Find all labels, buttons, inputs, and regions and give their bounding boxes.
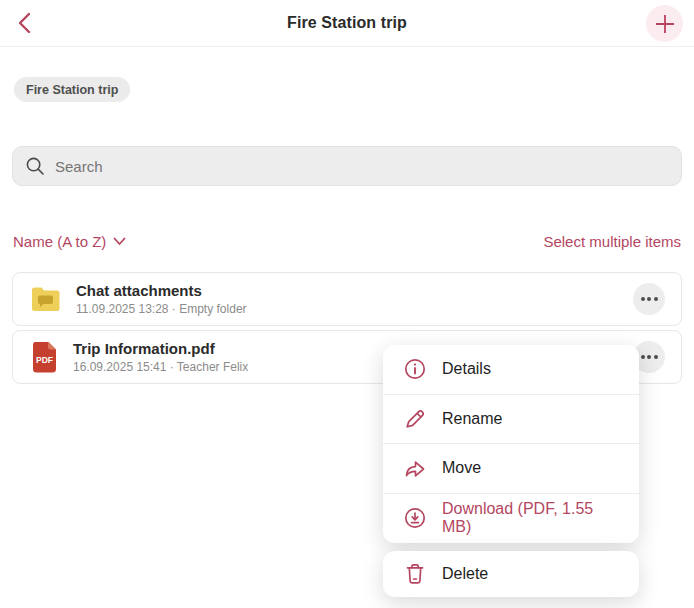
ellipsis-icon (641, 297, 645, 301)
plus-icon (654, 13, 676, 35)
file-text: Trip Information.pdf 16.09.2025 15:41 · … (73, 340, 248, 374)
sort-button[interactable]: Name (A to Z) (13, 233, 126, 250)
menu-item-label: Move (442, 459, 481, 477)
trash-icon (403, 562, 427, 586)
file-text: Chat attachments 11.09.2025 13:28 · Empt… (76, 282, 247, 316)
header: Fire Station trip (0, 0, 694, 47)
svg-text:PDF: PDF (36, 355, 53, 365)
sort-label: Name (A to Z) (13, 233, 106, 250)
menu-item-label: Details (442, 360, 491, 378)
search-bar (12, 146, 682, 186)
menu-item-label: Delete (442, 565, 488, 583)
file-meta: 11.09.2025 13:28 · Empty folder (76, 302, 247, 316)
list-item-folder[interactable]: Chat attachments 11.09.2025 13:28 · Empt… (12, 272, 682, 326)
file-name: Chat attachments (76, 282, 247, 299)
search-input[interactable] (55, 158, 669, 175)
menu-item-label: Rename (442, 410, 502, 428)
back-button[interactable] (10, 9, 38, 37)
breadcrumb-label: Fire Station trip (26, 83, 118, 97)
menu-item-download[interactable]: Download (PDF, 1.55 MB) (383, 494, 639, 544)
pencil-icon (403, 407, 427, 431)
file-meta: 16.09.2025 15:41 · Teacher Felix (73, 360, 248, 374)
context-menu: Details Rename Move Download (PD (383, 345, 639, 543)
file-name: Trip Information.pdf (73, 340, 248, 357)
list-toolbar: Name (A to Z) Select multiple items (13, 231, 681, 251)
breadcrumb[interactable]: Fire Station trip (14, 77, 130, 102)
ellipsis-icon (641, 355, 645, 359)
folder-chat-icon (31, 286, 61, 312)
pdf-file-icon: PDF (31, 342, 58, 373)
menu-item-rename[interactable]: Rename (383, 395, 639, 445)
info-icon (403, 357, 427, 381)
more-options-button[interactable] (633, 283, 665, 315)
chevron-down-icon (113, 237, 126, 246)
select-multiple-button[interactable]: Select multiple items (543, 233, 681, 250)
add-button[interactable] (646, 5, 683, 42)
menu-item-delete[interactable]: Delete (383, 551, 639, 597)
select-multiple-label: Select multiple items (543, 233, 681, 250)
chevron-left-icon (18, 12, 31, 34)
menu-item-move[interactable]: Move (383, 444, 639, 494)
menu-item-label: Download (PDF, 1.55 MB) (442, 500, 619, 536)
download-icon (403, 506, 427, 530)
search-icon (25, 156, 45, 176)
move-arrow-icon (403, 456, 427, 480)
menu-item-details[interactable]: Details (383, 345, 639, 395)
page-title: Fire Station trip (287, 14, 407, 32)
